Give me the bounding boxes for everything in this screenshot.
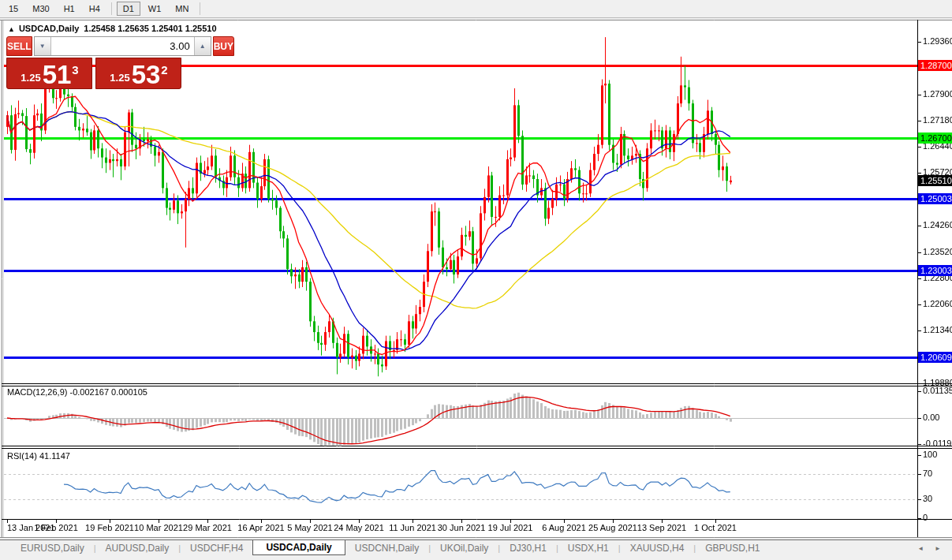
price-axis-tick: 1.27900 — [923, 89, 952, 99]
chart-tab-usdchf[interactable]: USDCHF,H4 — [181, 540, 252, 555]
chart-tab-dj30[interactable]: DJ30,H1 — [500, 540, 556, 555]
trading-platform-window: 15M30H1H4D1W1MN ▲USDCAD,Daily1.25458 1.2… — [0, 0, 952, 560]
volume-input[interactable] — [51, 37, 194, 55]
level-price-tag: 1.25003 — [918, 193, 952, 204]
price-axis-tick: 1.21340 — [923, 325, 952, 334]
chart-tab-usdcad[interactable]: USDCAD,Daily — [252, 540, 345, 555]
rsi-axis-tick: 0 — [923, 513, 928, 522]
date-axis-label: 5 May 2021 — [287, 523, 332, 532]
rsi-axis-tick: 70 — [923, 469, 932, 478]
buy-price-big: 53 — [132, 63, 161, 87]
chart-tab-xauusd[interactable]: XAUUSD,H4 — [621, 540, 694, 555]
tab-scroll-left-icon[interactable]: ◄ — [917, 545, 924, 552]
price-axis-tick: 1.29360 — [923, 36, 952, 46]
date-axis-label: 19 Jul 2021 — [488, 523, 533, 532]
date-axis-label: 16 Apr 2021 — [237, 523, 284, 532]
date-axis-label: 6 Aug 2021 — [542, 523, 586, 532]
chart-tab-usdx[interactable]: USDX,H1 — [558, 540, 618, 555]
chart-tab-usdcnh[interactable]: USDCNH,Daily — [345, 540, 428, 555]
collapse-arrow-icon[interactable]: ▲ — [8, 25, 15, 33]
date-axis-label: 1 Oct 2021 — [694, 523, 737, 532]
date-axis-label: 10 Mar 2021 — [134, 523, 183, 532]
price-axis-tick: 1.23520 — [923, 247, 952, 256]
chart-ohlc-values: 1.25458 1.25635 1.25401 1.25510 — [84, 24, 216, 33]
sell-price-big: 51 — [43, 63, 72, 87]
symbol-tab-bar: EURUSD,Daily|AUDUSD,Daily|USDCHF,H4USDCA… — [0, 539, 952, 555]
rsi-indicator-label: RSI(14) 41.1147 — [7, 451, 70, 461]
price-axis-tick: 1.22060 — [923, 299, 952, 308]
macd-axis-tick: 0.00 — [923, 413, 939, 422]
macd-axis-tick: -0.01190 — [923, 439, 952, 448]
sell-button[interactable]: SELL — [6, 36, 32, 56]
chart-tab-audusd[interactable]: AUDUSD,Daily — [96, 540, 179, 555]
date-axis-label: 1 Feb 2021 — [34, 523, 78, 532]
level-price-tag: 1.26700 — [918, 133, 952, 144]
date-axis-label: 29 Mar 2021 — [183, 523, 232, 532]
macd-indicator-label: MACD(12,26,9) -0.002167 0.000105 — [7, 387, 147, 397]
macd-axis-tick: 0.01135 — [923, 386, 952, 395]
sell-price-base: 1.25 — [21, 72, 40, 84]
chart-tab-ukoil[interactable]: UKOil,Daily — [431, 540, 498, 555]
tab-scroll-arrows: ◄► — [917, 540, 941, 556]
level-price-tag: 1.23003 — [918, 265, 952, 276]
date-axis-label: 30 Jun 2021 — [438, 523, 486, 532]
tab-scroll-right-icon[interactable]: ► — [935, 545, 941, 552]
date-axis-label: 19 Feb 2021 — [85, 523, 134, 532]
volume-spinner: ▼ ▲ — [34, 36, 211, 56]
one-click-trade-panel: SELL ▼ ▲ BUY 1.25513 1.25532 — [6, 36, 181, 89]
date-axis-label: 25 Aug 2021 — [588, 523, 637, 532]
buy-price-pip: 2 — [161, 63, 167, 77]
chart-title: ▲USDCAD,Daily1.25458 1.25635 1.25401 1.2… — [8, 24, 217, 33]
date-axis-label: 24 May 2021 — [334, 523, 384, 532]
date-axis-label: 11 Jun 2021 — [389, 523, 436, 532]
last-price-tag: 1.25510 — [918, 175, 952, 186]
volume-decrease-icon[interactable]: ▼ — [35, 37, 51, 55]
buy-button[interactable]: BUY — [213, 36, 234, 56]
buy-price-base: 1.25 — [110, 72, 129, 84]
chart-symbol-label: USDCAD,Daily — [19, 24, 79, 33]
volume-increase-icon[interactable]: ▲ — [194, 37, 211, 55]
buy-price-display[interactable]: 1.25532 — [95, 58, 181, 89]
rsi-axis-tick: 30 — [923, 494, 932, 503]
sell-price-pip: 3 — [72, 63, 78, 77]
price-axis-tick: 1.27180 — [923, 115, 952, 125]
sell-price-display[interactable]: 1.25513 — [6, 58, 92, 89]
rsi-axis-tick: 100 — [923, 450, 937, 459]
date-axis-label: 13 Sep 2021 — [637, 523, 686, 532]
level-price-tag: 1.20609 — [918, 352, 952, 363]
level-price-tag: 1.28700 — [918, 60, 952, 71]
chart-tab-eurusd[interactable]: EURUSD,Daily — [11, 540, 94, 555]
chart-tab-gbpusd[interactable]: GBPUSD,H1 — [696, 540, 769, 555]
price-axis-tick: 1.24260 — [923, 220, 952, 230]
